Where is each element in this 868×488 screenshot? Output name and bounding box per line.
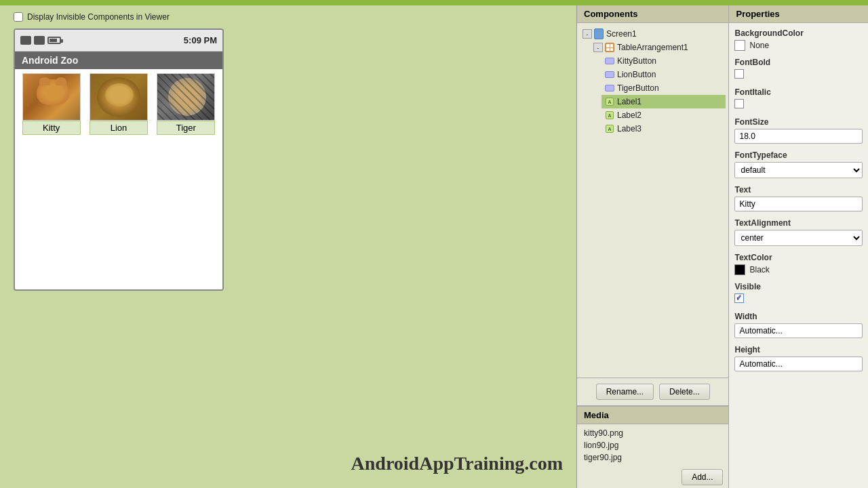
prop-text-color: TextColor Black xyxy=(734,253,863,275)
tiger-label: Tiger xyxy=(157,121,215,135)
bg-color-text: None xyxy=(749,41,769,50)
phone-empty-area xyxy=(15,140,222,289)
table-arrangement-icon xyxy=(605,43,614,52)
font-typeface-select-row: default serif sansserif monospace xyxy=(734,162,863,178)
prop-text: Text xyxy=(734,185,863,211)
visible-checkbox[interactable]: ✓ xyxy=(734,293,744,303)
properties-header: Properties xyxy=(729,5,868,23)
prop-font-typeface: FontTypeface default serif sansserif mon… xyxy=(734,150,863,178)
viewer-panel: Display Invisible Components in Viewer 5… xyxy=(0,5,576,488)
invisible-components-checkbox[interactable] xyxy=(14,12,23,22)
screen1-toggle[interactable]: - xyxy=(583,29,592,39)
screen1-label: Screen1 xyxy=(606,29,637,39)
prop-visible-label: Visible xyxy=(734,282,863,291)
prop-text-alignment: TextAlignment center left right xyxy=(734,218,863,246)
battery-icon xyxy=(47,37,61,44)
components-tree: - Screen1 - xyxy=(577,23,728,378)
media-add-button[interactable]: Add... xyxy=(682,469,723,485)
prop-font-bold-label: FontBold xyxy=(734,58,863,67)
prop-text-color-label: TextColor xyxy=(734,253,863,262)
lion-image xyxy=(90,73,148,121)
table-label: TableArrangement1 xyxy=(617,43,688,52)
prop-font-typeface-label: FontTypeface xyxy=(734,150,863,160)
tiger-button-icon xyxy=(604,83,615,94)
lion-button-icon xyxy=(604,69,615,80)
label3-icon: A xyxy=(604,123,615,134)
screen-icon xyxy=(594,28,604,39)
button-icon-lion xyxy=(605,71,614,78)
properties-panel: Properties BackgroundColor None FontBold xyxy=(729,5,868,488)
phone-app-title: Android Zoo xyxy=(15,52,222,69)
text-alignment-select-row: center left right xyxy=(734,230,863,246)
prop-width-label: Width xyxy=(734,312,863,321)
label1-icon: A xyxy=(604,96,615,107)
components-panel: Components - Screen1 - xyxy=(577,5,729,488)
prop-text-alignment-label: TextAlignment xyxy=(734,218,863,228)
invisible-components-row: Display Invisible Components in Viewer xyxy=(14,12,563,22)
tree-item-kitty-button[interactable]: KittyButton xyxy=(601,54,726,68)
kitty-image xyxy=(22,73,81,121)
text-color-swatch[interactable] xyxy=(734,264,745,275)
lion-button-label: LionButton xyxy=(617,70,656,79)
font-bold-checkbox[interactable] xyxy=(734,69,744,79)
lion-cell[interactable]: Lion xyxy=(86,73,151,135)
label-icon-1: A xyxy=(606,98,614,106)
prop-bg-color: BackgroundColor None xyxy=(734,28,863,51)
text-color-text: Black xyxy=(749,265,769,274)
kitty-cell[interactable]: Kitty xyxy=(19,73,83,135)
tree-item-tiger-button[interactable]: TigerButton xyxy=(601,81,726,95)
tiger-cell[interactable]: Tiger xyxy=(154,73,218,135)
top-bar xyxy=(0,0,868,5)
media-item-tiger: tiger90.jpg xyxy=(584,451,722,464)
rename-button[interactable]: Rename... xyxy=(596,384,654,400)
tiger-image xyxy=(157,73,215,121)
tree-item-label3[interactable]: A Label3 xyxy=(601,122,726,136)
height-input[interactable] xyxy=(734,357,863,371)
phone-status-icons xyxy=(20,36,61,45)
media-item-kitty: kitty90.png xyxy=(584,427,722,439)
screen1-icon xyxy=(593,28,604,39)
tree-item-table[interactable]: - TableArrangement1 xyxy=(591,41,726,54)
tree-item-lion-button[interactable]: LionButton xyxy=(601,68,726,81)
phone-time: 5:09 PM xyxy=(184,35,217,45)
prop-bg-color-row: None xyxy=(734,40,863,51)
tiger-button-label: TigerButton xyxy=(617,83,659,93)
prop-visible: Visible ✓ xyxy=(734,282,863,305)
tree-item-label2[interactable]: A Label2 xyxy=(601,108,726,122)
text-alignment-select[interactable]: center left right xyxy=(734,230,863,246)
lion-label: Lion xyxy=(90,121,148,135)
text-input[interactable] xyxy=(734,197,863,211)
right-panels: Components - Screen1 - xyxy=(576,5,868,488)
label-icon-3: A xyxy=(606,125,614,133)
font-size-input[interactable] xyxy=(734,129,863,144)
label2-label: Label2 xyxy=(617,110,642,120)
media-panel: Media kitty90.png lion90.jpg tiger90.jpg… xyxy=(577,405,728,488)
prop-font-italic-label: FontItalic xyxy=(734,87,863,97)
width-input[interactable] xyxy=(734,323,863,338)
kitty-label: Kitty xyxy=(22,121,81,135)
tree-item-label1[interactable]: A Label1 xyxy=(601,95,726,108)
phone-animal-grid: Kitty Lion Tiger xyxy=(15,69,222,140)
button-icon-kitty xyxy=(605,58,614,64)
font-typeface-select[interactable]: default serif sansserif monospace xyxy=(734,162,863,178)
media-add-row: Add... xyxy=(577,466,728,488)
label2-icon: A xyxy=(604,110,615,121)
table-toggle[interactable]: - xyxy=(593,43,603,52)
wifi-icon xyxy=(34,36,45,45)
font-italic-checkbox[interactable] xyxy=(734,99,744,108)
media-item-lion: lion90.jpg xyxy=(584,439,722,451)
label1-label: Label1 xyxy=(617,97,642,106)
media-list: kitty90.png lion90.jpg tiger90.jpg xyxy=(577,424,728,466)
label-icon-2: A xyxy=(606,111,614,119)
watermark: AndroidAppTraining.com xyxy=(351,453,563,474)
media-header: Media xyxy=(577,406,728,424)
signal-icon xyxy=(20,36,31,45)
tree-item-screen1[interactable]: - Screen1 xyxy=(580,27,726,41)
button-icon-tiger xyxy=(605,85,614,92)
bg-color-swatch[interactable] xyxy=(734,40,745,51)
components-buttons: Rename... Delete... xyxy=(577,378,728,405)
prop-font-size: FontSize xyxy=(734,117,863,144)
delete-button[interactable]: Delete... xyxy=(659,384,710,400)
prop-font-italic: FontItalic xyxy=(734,87,863,110)
components-header: Components xyxy=(577,5,728,23)
